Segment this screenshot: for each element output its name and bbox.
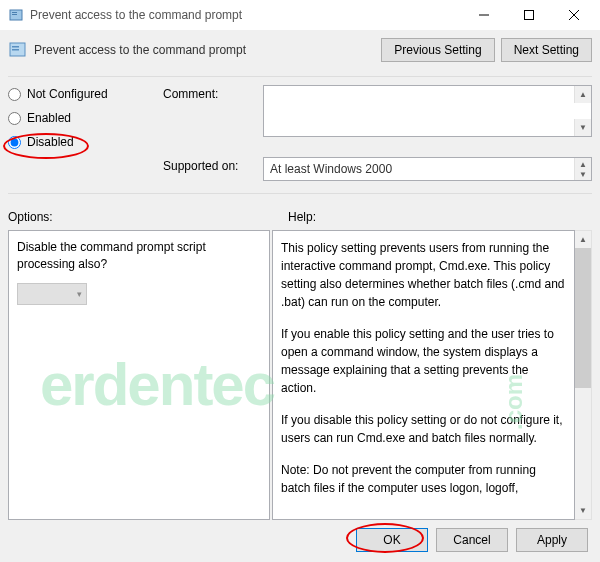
policy-header-icon bbox=[8, 40, 28, 60]
footer-buttons: OK Cancel Apply bbox=[8, 520, 592, 554]
svg-rect-8 bbox=[12, 46, 19, 48]
content-area: Prevent access to the command prompt Pre… bbox=[0, 30, 600, 562]
help-scrollbar[interactable]: ▲ ▼ bbox=[575, 230, 592, 520]
divider bbox=[8, 76, 592, 77]
radio-enabled-label: Enabled bbox=[27, 111, 71, 125]
radio-not-configured[interactable] bbox=[8, 88, 21, 101]
ok-button[interactable]: OK bbox=[356, 528, 428, 552]
apply-button[interactable]: Apply bbox=[516, 528, 588, 552]
labels-row: Options: Help: bbox=[8, 210, 592, 224]
window-title: Prevent access to the command prompt bbox=[30, 8, 461, 22]
cancel-button[interactable]: Cancel bbox=[436, 528, 508, 552]
help-paragraph: This policy setting prevents users from … bbox=[281, 239, 566, 311]
policy-name: Prevent access to the command prompt bbox=[34, 43, 381, 57]
scroll-thumb[interactable] bbox=[575, 248, 591, 388]
next-setting-button[interactable]: Next Setting bbox=[501, 38, 592, 62]
radio-column: Not Configured Enabled Disabled bbox=[8, 85, 163, 181]
scroll-up-icon[interactable]: ▲ bbox=[575, 231, 591, 248]
supported-value-box: At least Windows 2000 ▲ ▼ bbox=[263, 157, 592, 181]
help-paragraph: Note: Do not prevent the computer from r… bbox=[281, 461, 566, 497]
divider bbox=[8, 193, 592, 194]
svg-rect-2 bbox=[12, 14, 17, 15]
scroll-up-icon[interactable]: ▲ bbox=[574, 86, 591, 103]
policy-icon bbox=[8, 7, 24, 23]
maximize-button[interactable] bbox=[506, 0, 551, 30]
radio-not-configured-label: Not Configured bbox=[27, 87, 108, 101]
options-label: Options: bbox=[8, 210, 258, 224]
option-question: Disable the command prompt script proces… bbox=[17, 239, 261, 273]
policy-window: Prevent access to the command prompt Pre… bbox=[0, 0, 600, 562]
scroll-track[interactable] bbox=[575, 248, 591, 502]
details-column: Comment: ▲ ▼ Supported on: At least Wind… bbox=[163, 85, 592, 181]
option-dropdown[interactable]: ▾ bbox=[17, 283, 87, 305]
svg-rect-1 bbox=[12, 12, 17, 13]
comment-textarea[interactable]: ▲ ▼ bbox=[263, 85, 592, 137]
previous-setting-button[interactable]: Previous Setting bbox=[381, 38, 494, 62]
svg-rect-9 bbox=[12, 49, 19, 51]
scroll-down-icon[interactable]: ▼ bbox=[575, 502, 591, 519]
comment-label: Comment: bbox=[163, 85, 263, 101]
radio-disabled[interactable] bbox=[8, 136, 21, 149]
help-panel: This policy setting prevents users from … bbox=[272, 230, 575, 520]
supported-value: At least Windows 2000 bbox=[270, 162, 392, 176]
config-row: Not Configured Enabled Disabled Comment:… bbox=[8, 85, 592, 181]
options-panel: Disable the command prompt script proces… bbox=[8, 230, 270, 520]
svg-rect-4 bbox=[524, 11, 533, 20]
help-paragraph: If you disable this policy setting or do… bbox=[281, 411, 566, 447]
header-row: Prevent access to the command prompt Pre… bbox=[8, 38, 592, 62]
supported-label: Supported on: bbox=[163, 157, 263, 173]
radio-disabled-label: Disabled bbox=[27, 135, 74, 149]
help-paragraph: If you enable this policy setting and th… bbox=[281, 325, 566, 397]
scroll-down-icon[interactable]: ▼ bbox=[574, 168, 591, 180]
close-button[interactable] bbox=[551, 0, 596, 30]
scroll-down-icon[interactable]: ▼ bbox=[574, 119, 591, 136]
titlebar[interactable]: Prevent access to the command prompt bbox=[0, 0, 600, 30]
minimize-button[interactable] bbox=[461, 0, 506, 30]
help-label: Help: bbox=[288, 210, 592, 224]
radio-enabled[interactable] bbox=[8, 112, 21, 125]
panels-row: Disable the command prompt script proces… bbox=[8, 230, 592, 520]
